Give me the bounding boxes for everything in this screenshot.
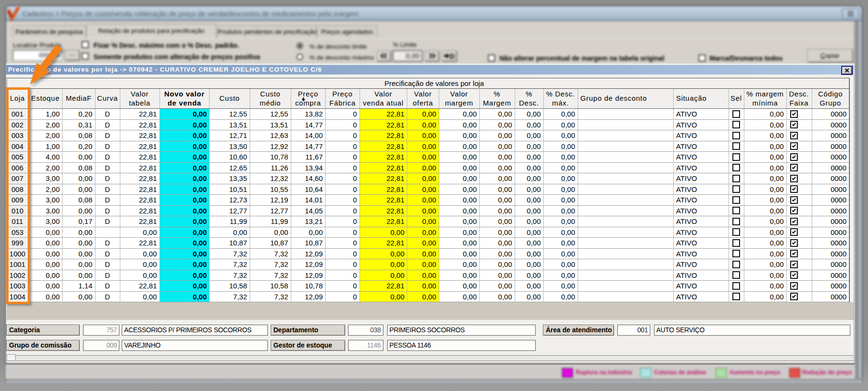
svg-text:D: D bbox=[450, 53, 455, 60]
